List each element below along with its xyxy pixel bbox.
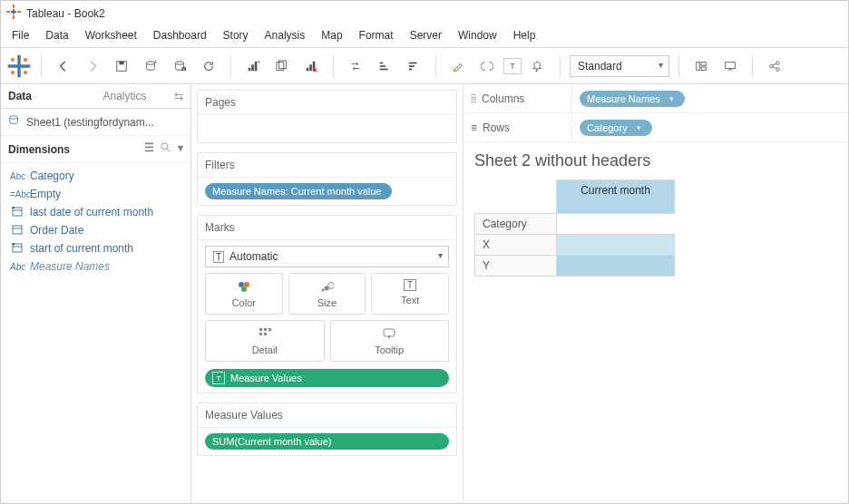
svg-text:+: +: [257, 60, 259, 65]
mark-detail[interactable]: Detail: [205, 320, 325, 362]
save-button[interactable]: [109, 53, 134, 79]
measure-values-pill[interactable]: TMeasure Values: [205, 369, 449, 387]
sort-asc-button[interactable]: [372, 53, 397, 79]
mark-color[interactable]: Color: [205, 273, 283, 315]
dimension-category[interactable]: AbcCategory: [5, 167, 187, 185]
share-button[interactable]: [762, 53, 787, 79]
mark-size[interactable]: Size: [288, 273, 366, 315]
marks-card[interactable]: Marks TAutomatic Color Size TText Detail…: [197, 215, 457, 393]
row-header-x[interactable]: X: [475, 235, 557, 256]
menu-analysis[interactable]: Analysis: [258, 27, 313, 44]
svg-rect-26: [309, 64, 312, 71]
menu-map[interactable]: Map: [314, 27, 349, 44]
datasource-item[interactable]: Sheet1 (testingfordynam...: [1, 109, 190, 136]
highlight-button[interactable]: [445, 53, 471, 79]
forward-button[interactable]: [80, 53, 105, 79]
columns-shelf[interactable]: ⦙⦙⦙Columns Measure Names▾: [464, 84, 848, 113]
back-button[interactable]: [51, 53, 76, 79]
svg-rect-2: [6, 11, 10, 13]
presentation-button[interactable]: [717, 53, 743, 79]
crosstab: Current monthvalue Category X Y: [474, 179, 675, 276]
svg-rect-9: [24, 58, 27, 62]
swap-button[interactable]: [343, 53, 368, 79]
toolbar: + + T Standard: [1, 48, 848, 84]
dimension-empty[interactable]: =AbcEmpty: [5, 185, 187, 203]
group-button[interactable]: [474, 53, 500, 79]
menu-server[interactable]: Server: [403, 27, 449, 44]
datasource-icon: [8, 114, 21, 130]
measure-values-card[interactable]: Measure Values SUM(Current month value): [197, 402, 457, 456]
duplicate-sheet-button[interactable]: [269, 53, 295, 79]
category-label[interactable]: Category: [475, 214, 557, 235]
calc-date-icon: =: [10, 206, 24, 218]
refresh-button[interactable]: [196, 53, 221, 79]
view-as-list-icon[interactable]: ☰: [144, 141, 154, 157]
menu-story[interactable]: Story: [216, 27, 256, 44]
filters-card[interactable]: Filters Measure Names: Current month val…: [197, 152, 457, 206]
tableau-start-icon[interactable]: [6, 53, 32, 79]
svg-rect-59: [384, 329, 395, 336]
filter-pill[interactable]: Measure Names: Current month value: [205, 183, 392, 199]
svg-rect-17: [182, 66, 184, 70]
svg-rect-25: [307, 67, 309, 71]
svg-rect-58: [264, 333, 267, 335]
sort-desc-button[interactable]: [401, 53, 426, 79]
dimension-start-date[interactable]: =start of current month: [5, 239, 187, 257]
dropdown-icon[interactable]: ▾: [178, 141, 183, 157]
dimension-order-date[interactable]: Order Date: [5, 221, 187, 239]
totals-button[interactable]: T: [503, 58, 522, 74]
new-datasource-button[interactable]: +: [138, 53, 163, 79]
menu-worksheet[interactable]: Worksheet: [78, 27, 144, 44]
menu-data[interactable]: Data: [38, 27, 75, 44]
menu-file[interactable]: File: [5, 27, 36, 44]
view-area: ⦙⦙⦙Columns Measure Names▾ ≡Rows Category…: [464, 84, 848, 504]
dimension-last-date[interactable]: =last date of current month: [5, 203, 187, 221]
rows-pill[interactable]: Category▾: [580, 120, 652, 136]
svg-rect-30: [380, 68, 388, 70]
mark-type-select[interactable]: TAutomatic: [205, 246, 449, 267]
new-worksheet-button[interactable]: +: [240, 53, 266, 79]
svg-text:+: +: [154, 60, 158, 65]
columns-pill[interactable]: Measure Names▾: [580, 91, 685, 107]
date-icon: [10, 224, 24, 237]
pause-updates-button[interactable]: [167, 53, 192, 79]
mark-text[interactable]: TText: [371, 273, 449, 315]
show-cards-button[interactable]: [688, 53, 714, 79]
sheet-title[interactable]: Sheet 2 without headers: [474, 151, 837, 170]
cell[interactable]: [557, 256, 675, 276]
svg-rect-29: [380, 65, 385, 67]
pages-card[interactable]: Pages: [197, 90, 457, 143]
row-header-y[interactable]: Y: [475, 256, 557, 276]
mark-tooltip[interactable]: Tooltip: [330, 320, 450, 362]
svg-rect-34: [697, 62, 700, 70]
columns-icon: ⦙⦙⦙: [471, 92, 476, 105]
svg-point-39: [776, 61, 780, 64]
rows-shelf[interactable]: ≡Rows Category▾: [464, 113, 848, 142]
pin-icon: ⇆: [174, 90, 183, 102]
sum-pill[interactable]: SUM(Current month value): [205, 433, 449, 450]
search-icon[interactable]: [160, 141, 172, 157]
cell[interactable]: [557, 235, 675, 256]
svg-text:=: =: [12, 242, 15, 247]
dimension-measure-names[interactable]: AbcMeasure Names: [5, 257, 187, 276]
svg-point-49: [244, 282, 249, 287]
clear-sheet-button[interactable]: [298, 53, 324, 79]
pin-button[interactable]: [525, 53, 551, 79]
svg-rect-11: [24, 71, 27, 74]
svg-rect-13: [119, 61, 123, 64]
fit-mode-select[interactable]: Standard: [570, 55, 669, 77]
svg-point-42: [161, 143, 168, 150]
column-header[interactable]: Current monthvalue: [557, 180, 675, 214]
svg-rect-10: [11, 71, 15, 74]
svg-rect-3: [17, 11, 21, 13]
svg-rect-33: [409, 68, 413, 70]
tab-analytics[interactable]: Analytics⇆: [96, 84, 191, 108]
svg-rect-36: [701, 66, 706, 70]
rows-icon: ≡: [471, 121, 477, 134]
menu-help[interactable]: Help: [506, 27, 543, 44]
tab-data[interactable]: Data: [1, 84, 96, 108]
menu-window[interactable]: Window: [451, 27, 504, 44]
menu-dashboard[interactable]: Dashboard: [146, 27, 214, 44]
menu-format[interactable]: Format: [352, 27, 401, 44]
svg-rect-8: [11, 58, 15, 62]
